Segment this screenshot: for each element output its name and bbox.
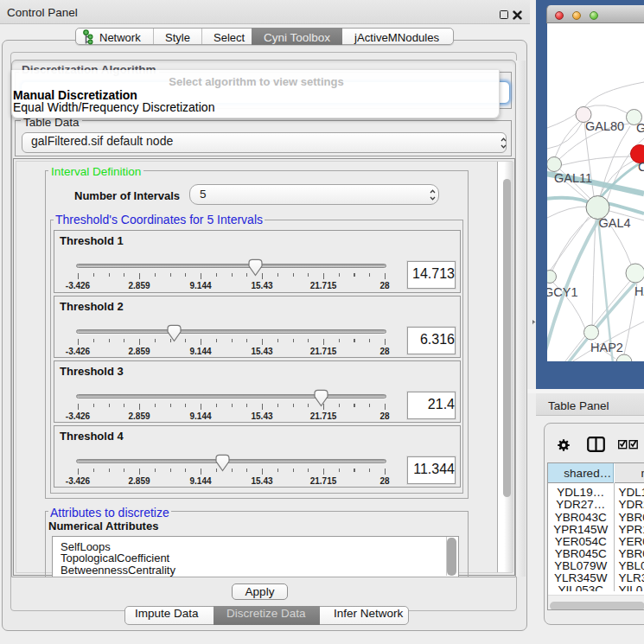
svg-text:GAL4: GAL4 [599, 216, 631, 230]
svg-text:HA: HA [634, 284, 644, 298]
svg-text:GA: GA [636, 121, 644, 135]
svg-text:GCY1: GCY1 [547, 285, 578, 299]
svg-text:HAP2: HAP2 [590, 341, 623, 354]
svg-text:GAL11: GAL11 [554, 171, 592, 185]
svg-text:GAL80: GAL80 [585, 119, 624, 133]
svg-text:C: C [638, 160, 644, 174]
